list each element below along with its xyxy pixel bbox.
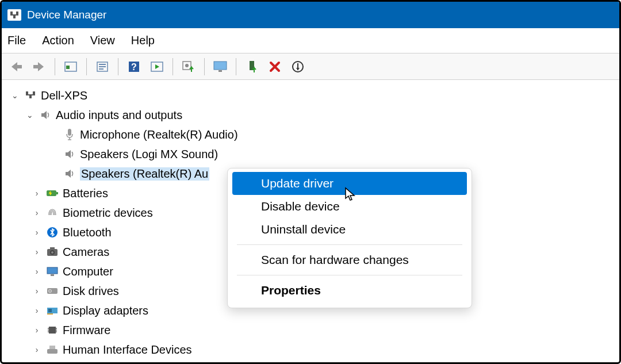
svg-rect-25 <box>68 129 71 136</box>
chevron-right-icon[interactable]: › <box>32 325 42 335</box>
chevron-right-icon[interactable]: › <box>32 247 42 256</box>
tree-category-audio[interactable]: ⌄ Audio inputs and outputs <box>7 105 619 125</box>
properties-button[interactable] <box>93 57 112 76</box>
menu-help[interactable]: Help <box>131 34 155 47</box>
tree-root[interactable]: ⌄ Dell-XPS <box>7 86 619 105</box>
ctx-properties[interactable]: Properties <box>232 279 467 302</box>
titlebar: Device Manager <box>2 2 619 28</box>
tree-category-label: Firmware <box>63 324 110 337</box>
speaker-icon <box>39 108 52 122</box>
scan-button[interactable] <box>147 57 167 76</box>
speaker-icon <box>63 147 76 161</box>
hid-icon <box>45 343 59 357</box>
tree-category-label: Biometric devices <box>63 206 153 220</box>
menu-action[interactable]: Action <box>42 34 74 47</box>
camera-icon <box>45 245 59 259</box>
speaker-icon <box>63 167 76 181</box>
ctx-disable-device[interactable]: Disable device <box>232 195 467 218</box>
chevron-right-icon[interactable]: › <box>32 228 42 237</box>
ctx-uninstall-device[interactable]: Uninstall device <box>232 218 467 241</box>
svg-rect-36 <box>51 274 54 276</box>
svg-rect-2 <box>16 12 18 14</box>
back-button[interactable] <box>6 57 26 76</box>
tree-device-label: Microphone (Realtek(R) Audio) <box>80 128 238 141</box>
tree-category-label: Display adapters <box>63 304 148 317</box>
svg-rect-29 <box>56 192 58 194</box>
svg-rect-9 <box>99 68 103 70</box>
svg-rect-34 <box>50 247 55 250</box>
ctx-scan-hardware[interactable]: Scan for hardware changes <box>232 248 467 271</box>
tree-category-label: Audio inputs and outputs <box>56 109 182 122</box>
toolbar-separator <box>118 58 118 75</box>
tree-category-label: Cameras <box>63 246 109 259</box>
svg-rect-35 <box>47 267 57 274</box>
svg-rect-43 <box>49 327 56 334</box>
ctx-update-driver[interactable]: Update driver <box>232 172 467 195</box>
chevron-right-icon[interactable]: › <box>32 286 42 296</box>
toolbar-separator <box>55 58 55 75</box>
svg-rect-7 <box>99 64 106 65</box>
svg-rect-50 <box>47 349 57 354</box>
install-button[interactable] <box>242 57 262 76</box>
svg-rect-5 <box>66 66 70 69</box>
chevron-right-icon[interactable]: › <box>32 189 42 198</box>
help-button[interactable]: ? <box>124 57 144 76</box>
chevron-down-icon[interactable]: ⌄ <box>25 110 35 120</box>
disk-icon <box>45 284 59 298</box>
fingerprint-icon <box>45 206 59 220</box>
svg-rect-22 <box>26 91 28 94</box>
svg-rect-23 <box>33 91 35 94</box>
svg-rect-8 <box>99 66 106 67</box>
svg-rect-17 <box>218 70 222 72</box>
svg-rect-1 <box>10 12 13 14</box>
svg-rect-0 <box>10 14 18 16</box>
tree-category-label: Batteries <box>63 187 108 200</box>
chevron-right-icon[interactable]: › <box>32 208 42 217</box>
window-title: Device Manager <box>27 9 106 21</box>
svg-text:?: ? <box>131 62 137 72</box>
svg-rect-21 <box>26 94 35 95</box>
chevron-right-icon[interactable]: › <box>32 267 42 276</box>
bluetooth-icon <box>45 225 59 239</box>
chevron-down-icon[interactable]: ⌄ <box>10 91 20 100</box>
tree-device-label: Speakers (Realtek(R) Au <box>80 167 209 181</box>
svg-marker-20 <box>296 68 300 70</box>
toolbar: ? <box>2 53 619 80</box>
battery-icon <box>45 186 59 200</box>
svg-point-33 <box>51 251 53 254</box>
svg-rect-16 <box>214 62 227 70</box>
svg-rect-24 <box>29 95 32 98</box>
tree-category-hid[interactable]: › Human Interface Devices <box>7 340 619 359</box>
menu-file[interactable]: File <box>7 34 26 47</box>
tree-category-label: Computer <box>63 265 113 278</box>
tree-device-microphone[interactable]: Microphone (Realtek(R) Audio) <box>7 125 619 144</box>
forward-button[interactable] <box>29 57 49 76</box>
device-tree: ⌄ Dell-XPS ⌄ Audio inputs and outputs Mi… <box>2 80 619 359</box>
update-driver-button[interactable] <box>179 57 198 76</box>
svg-rect-42 <box>47 313 53 315</box>
monitor-icon <box>45 265 59 278</box>
tree-device-label: Speakers (Logi MX Sound) <box>80 148 218 161</box>
tree-category-label: Human Interface Devices <box>63 343 192 357</box>
chip-icon <box>45 323 59 337</box>
tree-device-speakers-logi[interactable]: Speakers (Logi MX Sound) <box>7 144 619 164</box>
toolbar-separator <box>86 58 87 75</box>
ctx-separator <box>237 244 462 245</box>
computer-icon <box>24 89 37 102</box>
chevron-right-icon[interactable]: › <box>32 306 42 315</box>
toolbar-separator <box>172 58 173 75</box>
show-hide-tree-button[interactable] <box>61 57 80 76</box>
uninstall-button[interactable] <box>265 57 285 76</box>
gpu-icon <box>45 304 59 317</box>
microphone-icon <box>63 128 76 141</box>
context-menu: Update driver Disable device Uninstall d… <box>227 168 472 308</box>
svg-rect-51 <box>49 346 55 349</box>
tree-root-label: Dell-XPS <box>41 89 87 102</box>
chevron-right-icon[interactable]: › <box>32 345 42 354</box>
disable-button[interactable] <box>288 57 308 76</box>
tree-category-firmware[interactable]: › Firmware <box>7 320 619 340</box>
svg-rect-3 <box>13 16 16 18</box>
monitor-button[interactable] <box>210 57 230 76</box>
menu-view[interactable]: View <box>90 34 115 47</box>
tree-category-label: Disk drives <box>63 285 119 298</box>
